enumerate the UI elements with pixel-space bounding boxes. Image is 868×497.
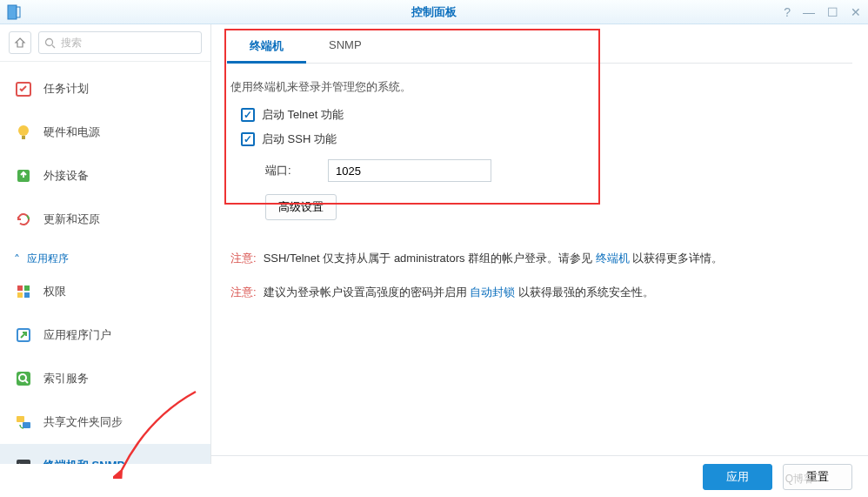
window-title: 控制面板 — [411, 4, 457, 20]
note-1: 注意:SSH/Telnet 仅支持从属于 administrators 群组的帐… — [230, 248, 849, 270]
checkbox-telnet-label: 启动 Telnet 功能 — [262, 107, 344, 123]
advanced-settings-button[interactable]: 高级设置 — [265, 194, 337, 220]
sidebar-item-label: 硬件和电源 — [43, 124, 100, 140]
close-icon[interactable]: ✕ — [851, 5, 861, 19]
sidebar-item-update-restore[interactable]: 更新和还原 — [0, 198, 210, 241]
svg-rect-8 — [17, 285, 23, 291]
panel-description: 使用终端机来登录并管理您的系统。 — [230, 79, 849, 95]
svg-rect-17 — [23, 422, 30, 428]
svg-line-3 — [52, 45, 55, 48]
sidebar-item-label: 索引服务 — [43, 371, 89, 386]
sidebar-item-hardware-power[interactable]: 硬件和电源 — [0, 111, 210, 154]
tab-terminal[interactable]: 终端机 — [227, 30, 306, 63]
sidebar-item-label: 外接设备 — [43, 168, 89, 184]
svg-point-5 — [18, 125, 29, 136]
checkbox-telnet[interactable]: ✓ — [241, 108, 255, 122]
home-icon — [14, 37, 26, 49]
sidebar-item-app-portal[interactable]: 应用程序门户 — [0, 313, 210, 357]
calendar-icon — [14, 79, 33, 98]
footer: 应用 重置 — [211, 455, 868, 497]
sidebar-item-label: 更新和还原 — [43, 212, 100, 227]
sidebar-item-external-devices[interactable]: 外接设备 — [0, 154, 210, 198]
svg-rect-0 — [8, 5, 17, 19]
sidebar-item-label: 任务计划 — [43, 81, 89, 97]
sync-icon — [14, 413, 33, 432]
sidebar-item-terminal-snmp[interactable]: 终端机和 SNMP — [0, 444, 210, 464]
upload-icon — [14, 166, 33, 185]
sidebar-item-label: 权限 — [43, 284, 66, 299]
magnify-icon — [14, 369, 33, 388]
note-2: 注意:建议为登录帐户设置高强度的密码并启用 自动封锁 以获得最强的系统安全性。 — [230, 282, 849, 304]
sidebar: 任务计划 硬件和电源 外接设备 更新和还原 ˄ 应用程序 权限 — [0, 24, 211, 464]
section-label: 应用程序 — [27, 252, 69, 266]
content-panel: 终端机 SNMP 使用终端机来登录并管理您的系统。 ✓ 启动 Telnet 功能… — [211, 24, 868, 464]
sidebar-item-label: 共享文件夹同步 — [43, 414, 123, 430]
sidebar-item-label: 终端机和 SNMP — [43, 458, 124, 464]
reset-button[interactable]: 重置 — [783, 464, 852, 490]
maximize-icon[interactable]: ☐ — [827, 5, 838, 19]
sidebar-item-label: 应用程序门户 — [43, 327, 111, 343]
sidebar-item-shared-sync[interactable]: 共享文件夹同步 — [0, 400, 210, 444]
home-button[interactable] — [9, 31, 31, 54]
search-icon — [44, 37, 56, 49]
grid-icon — [14, 282, 33, 301]
checkbox-ssh-label: 启动 SSH 功能 — [262, 131, 337, 147]
sidebar-item-indexing[interactable]: 索引服务 — [0, 357, 210, 400]
section-applications[interactable]: ˄ 应用程序 — [0, 241, 210, 270]
link-auto-block[interactable]: 自动封锁 — [470, 285, 515, 299]
sidebar-item-task-scheduler[interactable]: 任务计划 — [0, 67, 210, 111]
checkbox-ssh[interactable]: ✓ — [241, 132, 255, 146]
port-input[interactable] — [328, 159, 491, 182]
bulb-icon — [14, 123, 33, 142]
terminal-icon — [14, 456, 33, 464]
search-input[interactable] — [61, 37, 196, 49]
svg-rect-16 — [17, 416, 24, 422]
svg-rect-9 — [24, 285, 30, 291]
search-box[interactable] — [38, 31, 202, 54]
arrow-box-icon — [14, 326, 33, 345]
svg-point-2 — [46, 38, 53, 45]
svg-rect-18 — [17, 460, 30, 464]
svg-rect-6 — [22, 136, 25, 139]
apply-button[interactable]: 应用 — [703, 464, 772, 490]
minimize-icon[interactable]: — — [803, 5, 815, 19]
svg-rect-11 — [24, 292, 30, 298]
refresh-icon — [14, 210, 33, 229]
sidebar-item-privileges[interactable]: 权限 — [0, 270, 210, 313]
help-icon[interactable]: ? — [784, 5, 791, 19]
titlebar: 控制面板 ? — ☐ ✕ — [0, 0, 868, 24]
chevron-up-icon: ˄ — [14, 252, 20, 266]
app-icon — [5, 3, 23, 21]
svg-rect-1 — [17, 7, 20, 17]
tab-snmp[interactable]: SNMP — [306, 30, 384, 63]
svg-rect-10 — [17, 292, 23, 298]
link-terminal-help[interactable]: 终端机 — [596, 252, 630, 265]
port-label: 端口: — [265, 163, 310, 178]
